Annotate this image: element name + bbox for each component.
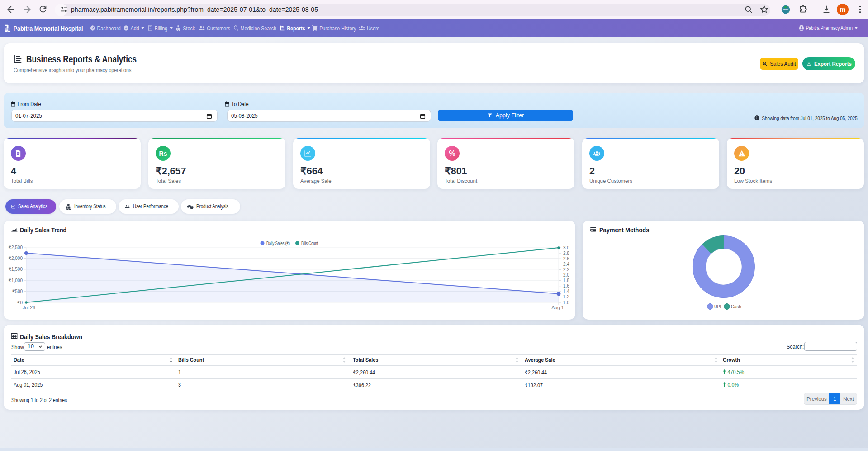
svg-text:2.4: 2.4: [563, 262, 569, 267]
svg-text:2.8: 2.8: [563, 251, 569, 256]
svg-text:2.2: 2.2: [563, 267, 569, 272]
svg-text:3.0: 3.0: [563, 245, 569, 250]
svg-text:Bills Count: Bills Count: [301, 241, 318, 246]
svg-text:Cash: Cash: [731, 304, 741, 309]
svg-text:1.8: 1.8: [563, 278, 569, 283]
svg-text:₹500: ₹500: [12, 289, 23, 294]
svg-text:Jul 26: Jul 26: [23, 305, 35, 310]
svg-text:₹0: ₹0: [17, 300, 23, 305]
svg-text:1.6: 1.6: [563, 283, 569, 288]
svg-text:₹2,000: ₹2,000: [9, 256, 23, 261]
svg-text:Aug 1: Aug 1: [551, 305, 564, 310]
svg-text:1.2: 1.2: [563, 294, 569, 299]
svg-text:2.0: 2.0: [563, 273, 569, 278]
svg-text:2.6: 2.6: [563, 256, 569, 261]
svg-text:₹1,500: ₹1,500: [9, 267, 23, 272]
svg-text:₹2,500: ₹2,500: [9, 245, 23, 250]
svg-text:₹1,000: ₹1,000: [9, 278, 23, 283]
svg-text:1.0: 1.0: [563, 300, 569, 305]
svg-text:1.4: 1.4: [563, 289, 569, 294]
svg-text:UPI: UPI: [714, 304, 721, 309]
svg-text:Daily Sales (₹): Daily Sales (₹): [266, 241, 290, 246]
